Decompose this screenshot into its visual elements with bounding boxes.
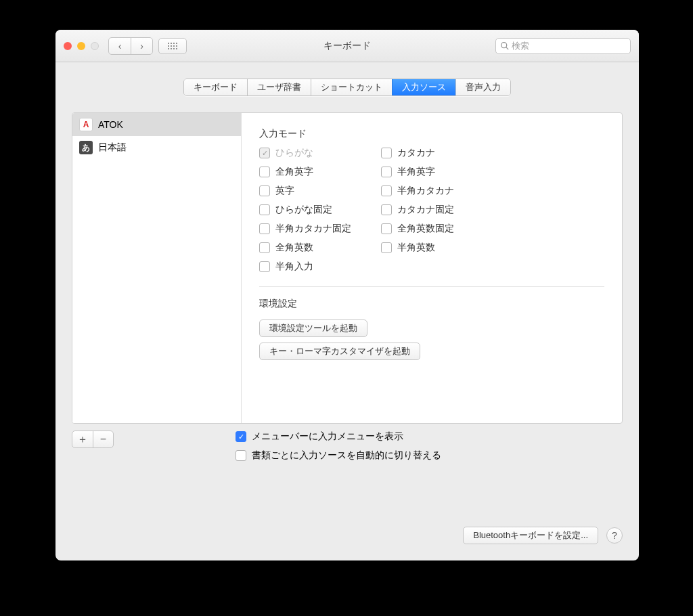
mode-katakana[interactable]: ✓カタカナ — [381, 147, 503, 159]
titlebar: ‹ › キーボード — [55, 30, 639, 62]
help-button[interactable]: ? — [606, 527, 623, 544]
mode-half-katakana-lock[interactable]: ✓半角カタカナ固定 — [259, 223, 381, 235]
launch-prefs-tool-button[interactable]: 環境設定ツールを起動 — [259, 320, 367, 337]
mode-hiragana: ✓ひらがな — [259, 147, 381, 159]
zoom-icon[interactable] — [91, 42, 99, 50]
back-button[interactable]: ‹ — [109, 38, 131, 54]
mode-halfwidth-alpha[interactable]: ✓半角英字 — [381, 166, 503, 178]
mode-full-alnum[interactable]: ✓全角英数 — [259, 242, 381, 254]
mode-alpha[interactable]: ✓英字 — [259, 185, 381, 197]
tab-segments: キーボード ユーザ辞書 ショートカット 入力ソース 音声入力 — [183, 79, 511, 96]
content-panes: A ATOK あ 日本語 入力モード ✓ひらがな ✓カタカナ ✓全角英字 ✓半角… — [72, 112, 623, 424]
grid-icon — [168, 43, 177, 49]
svg-line-1 — [506, 47, 508, 49]
remove-source-button[interactable]: − — [93, 431, 113, 447]
input-source-list: A ATOK あ 日本語 — [72, 113, 242, 423]
mode-half-input[interactable]: ✓半角入力 — [259, 261, 381, 273]
separator — [259, 286, 604, 287]
window-body: キーボード ユーザ辞書 ショートカット 入力ソース 音声入力 A ATOK あ … — [55, 62, 639, 560]
show-input-menu-checkbox[interactable]: ✓ メニューバーに入力メニューを表示 — [236, 431, 441, 443]
show-all-button[interactable] — [158, 38, 187, 54]
mode-half-alnum[interactable]: ✓半角英数 — [381, 242, 503, 254]
preferences-window: ‹ › キーボード キーボード ユーザ辞書 ショートカット 入力ソース 音声入力 — [55, 30, 639, 560]
traffic-lights — [64, 42, 99, 50]
mode-hiragana-lock[interactable]: ✓ひらがな固定 — [259, 204, 381, 216]
input-mode-title: 入力モード — [259, 128, 604, 140]
tab-bar: キーボード ユーザ辞書 ショートカット 入力ソース 音声入力 — [72, 79, 623, 96]
search-input[interactable] — [512, 41, 626, 51]
add-remove-buttons: ＋ − — [72, 431, 114, 448]
mode-katakana-lock[interactable]: ✓カタカナ固定 — [381, 204, 503, 216]
minimize-icon[interactable] — [77, 42, 85, 50]
mode-halfwidth-katakana[interactable]: ✓半角カタカナ — [381, 185, 503, 197]
prefs-title: 環境設定 — [259, 298, 604, 310]
atok-icon: A — [79, 118, 93, 131]
input-mode-grid: ✓ひらがな ✓カタカナ ✓全角英字 ✓半角英字 ✓英字 ✓半角カタカナ ✓ひらが… — [259, 147, 604, 273]
mode-full-alnum-lock[interactable]: ✓全角英数固定 — [381, 223, 503, 235]
search-icon — [500, 41, 509, 50]
source-item-atok[interactable]: A ATOK — [72, 113, 241, 136]
search-field[interactable] — [495, 38, 631, 54]
launch-customizer-button[interactable]: キー・ローマ字カスタマイザを起動 — [259, 343, 420, 360]
source-item-japanese[interactable]: あ 日本語 — [72, 136, 241, 159]
footer: Bluetoothキーボードを設定... ? — [72, 513, 623, 550]
tab-dictation[interactable]: 音声入力 — [455, 79, 510, 95]
detail-panel: 入力モード ✓ひらがな ✓カタカナ ✓全角英字 ✓半角英字 ✓英字 ✓半角カタカ… — [242, 113, 622, 423]
bluetooth-keyboard-button[interactable]: Bluetoothキーボードを設定... — [463, 527, 598, 544]
source-label: ATOK — [98, 119, 123, 130]
nav-buttons: ‹ › — [108, 37, 153, 55]
auto-switch-checkbox[interactable]: ✓ 書類ごとに入力ソースを自動的に切り替える — [236, 449, 441, 462]
mode-fullwidth-alpha[interactable]: ✓全角英字 — [259, 166, 381, 178]
below-panes: ＋ − ✓ メニューバーに入力メニューを表示 ✓ 書類ごとに入力ソースを自動的に… — [72, 431, 623, 468]
forward-button[interactable]: › — [131, 38, 152, 54]
tab-user-dictionary[interactable]: ユーザ辞書 — [247, 79, 311, 95]
tab-shortcuts[interactable]: ショートカット — [311, 79, 392, 95]
add-source-button[interactable]: ＋ — [72, 431, 93, 447]
tab-keyboard[interactable]: キーボード — [184, 79, 247, 95]
svg-point-0 — [501, 43, 507, 48]
close-icon[interactable] — [64, 42, 72, 50]
global-options: ✓ メニューバーに入力メニューを表示 ✓ 書類ごとに入力ソースを自動的に切り替え… — [236, 431, 441, 468]
tab-input-sources[interactable]: 入力ソース — [392, 79, 455, 95]
japanese-icon: あ — [79, 141, 93, 154]
source-label: 日本語 — [98, 141, 127, 154]
